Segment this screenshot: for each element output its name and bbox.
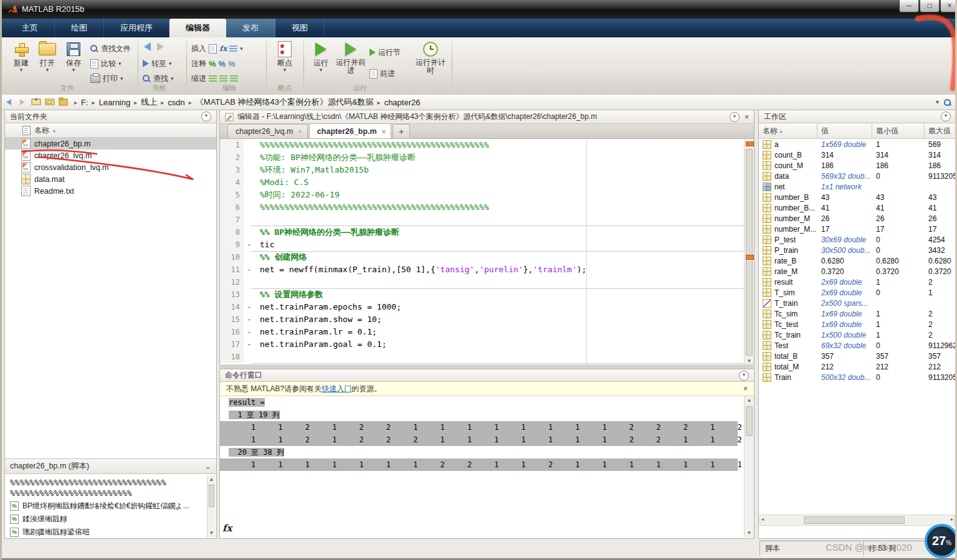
find-files-button[interactable]: 查找文件	[90, 41, 131, 56]
run-section-button[interactable]: 运行节	[369, 45, 401, 60]
code-area[interactable]: 1 %%%%%%%%%%%%%%%%%%%%%%%%%%%%%%%%%%%%%%…	[220, 139, 754, 366]
line-number: 14	[220, 301, 244, 313]
line-number: 10	[220, 251, 244, 263]
editor-scrollbar[interactable]: ▲ ▼	[744, 139, 754, 366]
ribbon-tab[interactable]: 绘图	[55, 19, 104, 37]
editor-close-icon[interactable]: ×	[745, 113, 749, 121]
browse-folder-icon[interactable]	[43, 97, 57, 107]
forward-arrow-icon[interactable]	[157, 42, 164, 51]
file-row[interactable]: crossvalidation_lvq.m	[5, 161, 216, 173]
back-arrow-icon[interactable]	[144, 42, 151, 51]
workspace-row[interactable]: a 1x569 double 1 569	[759, 139, 956, 149]
preview-scrollbar[interactable]: ▲ ▼	[207, 475, 216, 538]
command-output[interactable]: result = 1 至 19 列 1 1 2 1 2 2 1 1 1 1 1 …	[220, 396, 754, 538]
code-line: 14 - net.trainParam.epochs = 1000;	[220, 301, 754, 313]
col-name[interactable]: 名称 ▴	[759, 123, 817, 138]
print-button[interactable]: 打印▾	[90, 71, 131, 86]
nav-forward-icon[interactable]	[16, 98, 29, 107]
run-time-button[interactable]: 运行并计时	[416, 40, 445, 75]
editor-tab[interactable]: chapter26_bp.m ×	[309, 123, 391, 138]
workspace-row[interactable]: total_B 357 357 357	[759, 351, 956, 361]
advance-button[interactable]: 前进	[369, 66, 401, 81]
breadcrumb-item[interactable]: F:	[81, 98, 88, 107]
breadcrumb-item[interactable]: csdn	[168, 98, 184, 107]
workspace-row[interactable]: rate_M 0.3720 0.3720 0.3720	[759, 266, 956, 277]
workspace-menu-icon[interactable]: ▾	[941, 112, 951, 121]
workspace-row[interactable]: T_sim 2x69 double 0 1	[759, 287, 956, 298]
quick-start-link[interactable]: 快速入门	[321, 384, 351, 394]
tab-close-icon[interactable]: ×	[382, 128, 386, 135]
workspace-hscrollbar[interactable]: ◂ ▸	[759, 515, 955, 526]
save-button[interactable]: 保存▾	[62, 40, 85, 72]
banner-close-icon[interactable]: ×	[743, 384, 748, 393]
workspace-row[interactable]: count_M 186 186 186	[759, 160, 956, 171]
col-min[interactable]: 最小值	[872, 123, 925, 138]
address-search-icon[interactable]	[944, 99, 951, 106]
line-number: 5	[220, 189, 244, 201]
nav-back-icon[interactable]	[2, 98, 16, 107]
breadcrumb-item[interactable]: chapter26	[384, 98, 421, 107]
run-advance-button[interactable]: 运行并前进	[336, 40, 366, 75]
preview-header[interactable]: chapter26_bp.m (脚本) ⌄	[5, 458, 216, 474]
command-scrollbar[interactable]: ▲ ▼	[744, 396, 754, 538]
name-column-header[interactable]: 名称 ▴	[5, 123, 216, 138]
workspace-row[interactable]: rate_B 0.6280 0.6280 0.6280	[759, 255, 956, 266]
breadcrumb-item[interactable]: 线上	[141, 97, 157, 108]
command-output-line: 20 至 38 列	[220, 446, 738, 458]
workspace-row[interactable]: Tc_sim 1x69 double 1 2	[759, 308, 956, 319]
editor-menu-icon[interactable]: ▾	[730, 112, 740, 122]
breakpoints-button[interactable]: 断点▾	[271, 40, 298, 72]
maximize-button[interactable]: □	[920, 0, 940, 12]
compare-button[interactable]: 比较▾	[90, 56, 131, 71]
command-window-menu-icon[interactable]: ▾	[739, 371, 749, 381]
file-row[interactable]: data.mat	[5, 173, 216, 185]
preview-collapse-icon[interactable]: ⌄	[205, 462, 211, 471]
ribbon-tab[interactable]: 视图	[275, 19, 325, 37]
breadcrumb-item[interactable]: Learning	[99, 98, 131, 107]
ribbon-tab[interactable]: 发布	[226, 19, 275, 37]
ribbon-tab[interactable]: 主页	[6, 19, 55, 37]
col-max[interactable]: 最大值	[925, 123, 956, 138]
editor-tab[interactable]: chapter26_lvq.m ×	[227, 124, 308, 138]
workspace-row[interactable]: Train 500x32 doub... 0 9113205	[759, 372, 956, 382]
workspace-row[interactable]: P_train 30x500 doub... 0 3432	[759, 245, 956, 255]
address-dropdown-icon[interactable]: ▾	[936, 100, 939, 105]
goto-button[interactable]: 转至▾	[143, 56, 174, 71]
file-row[interactable]: chapter26_lvq.m	[5, 149, 216, 161]
workspace-row[interactable]: total_M 212 212 212	[759, 361, 956, 372]
workspace-row[interactable]: T_train 2x500 spars...	[759, 298, 956, 308]
workspace-row[interactable]: number_B 43 43 43	[759, 192, 956, 202]
workspace-row[interactable]: number_M 26 26 26	[759, 213, 956, 224]
workspace-row[interactable]: number_M... 17 17 17	[759, 224, 956, 234]
workspace-row[interactable]: result 2x69 double 1 2	[759, 277, 956, 287]
close-button[interactable]: ×	[940, 0, 957, 12]
new-button[interactable]: 新建▾	[9, 40, 33, 72]
percent-section-icon: %	[10, 528, 19, 537]
tab-close-icon[interactable]: ×	[298, 128, 302, 135]
up-folder-icon[interactable]	[29, 97, 43, 107]
workspace-row[interactable]: data 569x32 doub... 0 9113205	[759, 171, 956, 181]
line-number: 3	[220, 164, 244, 176]
workspace-row[interactable]: Tc_train 1x500 double 1 2	[759, 330, 956, 340]
ribbon-tab[interactable]: 应用程序	[104, 19, 169, 37]
workspace-row[interactable]: number_B... 41 41 41	[759, 202, 956, 213]
file-row[interactable]: chapter26_bp.m	[5, 138, 216, 149]
comment-row[interactable]: 注释%%%	[191, 56, 243, 71]
ribbon-tab[interactable]: 编辑器	[169, 19, 226, 37]
open-button[interactable]: 打开▾	[36, 40, 59, 72]
variable-name: total_M	[774, 363, 799, 371]
workspace-row[interactable]: P_test 30x69 double 0 4254	[759, 234, 956, 245]
horizontal-splitter[interactable]	[219, 364, 755, 369]
workspace-row[interactable]: Tc_test 1x69 double 1 2	[759, 319, 956, 330]
new-tab-button[interactable]: +	[393, 124, 410, 138]
breadcrumb-item[interactable]: 《MATLAB 神经网络43个案例分析》源代码&数据	[196, 97, 374, 108]
minimize-button[interactable]: ─	[899, 0, 919, 12]
col-value[interactable]: 值	[817, 123, 872, 138]
workspace-row[interactable]: Test 69x32 double 0 9112962	[759, 340, 956, 351]
insert-row[interactable]: 插入fx▾	[191, 41, 243, 56]
workspace-row[interactable]: count_B 314 314 314	[759, 149, 956, 160]
run-button[interactable]: 运行▾	[308, 40, 333, 72]
file-row[interactable]: Readme.txt	[5, 185, 216, 197]
panel-menu-icon[interactable]: ▾	[201, 112, 211, 121]
workspace-row[interactable]: net 1x1 network	[759, 181, 956, 192]
